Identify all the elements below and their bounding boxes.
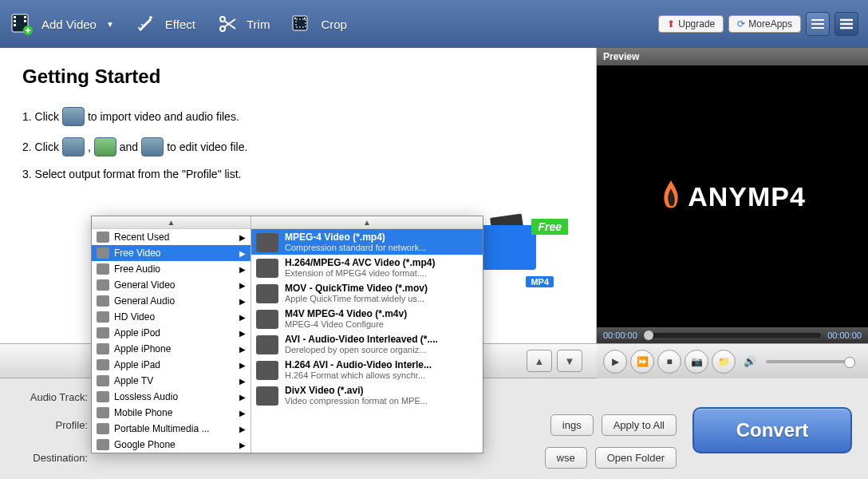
move-up-button[interactable]: ▲: [527, 350, 552, 372]
category-item[interactable]: Lossless Audio▶: [92, 389, 251, 405]
chevron-right-icon: ▶: [239, 297, 246, 306]
hamburger-icon: [840, 18, 853, 30]
format-icon: [256, 310, 278, 329]
format-icon: [256, 233, 278, 252]
open-folder-button[interactable]: Open Folder: [595, 447, 677, 469]
mp4-tag: MP4: [526, 276, 554, 287]
free-tag: Free: [531, 219, 568, 235]
free-mp4-badge: Free MP4: [475, 211, 563, 291]
timeline-slider[interactable]: [644, 333, 821, 338]
audio-track-label: Audio Track:: [16, 391, 88, 403]
settings-button[interactable]: ings: [550, 414, 594, 436]
scissors-icon: [215, 11, 240, 37]
category-item[interactable]: Free Video▶: [92, 245, 251, 261]
format-item[interactable]: MPEG-4 Video (*.mp4)Compression standard…: [251, 229, 483, 255]
moreapps-label: MoreApps: [748, 18, 792, 30]
chevron-right-icon: ▶: [239, 361, 246, 370]
add-video-button[interactable]: Add Video ▼: [10, 11, 114, 37]
convert-button[interactable]: Convert: [692, 407, 852, 453]
upload-icon: ⬆: [667, 18, 675, 30]
forward-icon: ⏩: [637, 356, 649, 367]
category-icon: [97, 391, 109, 402]
play-button[interactable]: ▶: [603, 350, 627, 374]
format-icon: [256, 284, 278, 303]
upgrade-label: Upgrade: [678, 18, 715, 30]
format-item[interactable]: DivX Video (*.avi)Video compression form…: [251, 382, 483, 408]
category-item[interactable]: Apple iPod▶: [92, 325, 251, 341]
trim-button[interactable]: Trim: [215, 11, 270, 37]
folder-icon: 📁: [718, 356, 730, 367]
volume-slider[interactable]: [766, 360, 855, 363]
category-item[interactable]: Free Audio▶: [92, 261, 251, 277]
folder-icon: [480, 225, 536, 270]
category-item[interactable]: Mobile Phone▶: [92, 405, 251, 421]
category-item[interactable]: Apple iPhone▶: [92, 341, 251, 357]
arrow-up-icon: ▲: [535, 355, 545, 367]
time-current: 00:00:00: [603, 331, 637, 340]
upgrade-button[interactable]: ⬆ Upgrade: [658, 15, 724, 33]
toolbar-right: ⬆ Upgrade ⟳ MoreApps: [658, 12, 858, 36]
chevron-right-icon: ▶: [239, 441, 246, 449]
svg-rect-10: [294, 18, 296, 19]
format-item[interactable]: H.264 AVI - Audio-Video Interle...H.264 …: [251, 357, 483, 382]
category-item[interactable]: Google Phone▶: [92, 437, 251, 453]
category-list: ▲ Recent Used▶Free Video▶Free Audio▶Gene…: [92, 216, 251, 453]
speaker-icon: 🔊: [744, 355, 756, 367]
wand-icon: [62, 137, 85, 156]
forward-button[interactable]: ⏩: [630, 350, 654, 374]
category-item[interactable]: Recent Used▶: [92, 229, 251, 245]
effect-button[interactable]: Effect: [133, 11, 195, 37]
category-item[interactable]: Apple iPad▶: [92, 357, 251, 373]
list-view-button[interactable]: [806, 12, 830, 36]
profile-label: Profile:: [16, 419, 88, 431]
step-2: 2. Click , and to edit video file.: [22, 137, 574, 156]
main-toolbar: Add Video ▼ Effect Trim Crop ⬆ Upgrade ⟳…: [0, 0, 868, 48]
scroll-up-button[interactable]: ▲: [251, 216, 483, 229]
wand-icon: [133, 11, 159, 37]
category-item[interactable]: HD Video▶: [92, 309, 251, 325]
format-icon: [256, 259, 278, 278]
move-down-button[interactable]: ▼: [557, 350, 582, 372]
format-item[interactable]: M4V MPEG-4 Video (*.m4v)MPEG-4 Video Con…: [251, 306, 483, 331]
category-item[interactable]: General Audio▶: [92, 293, 251, 309]
format-item[interactable]: MOV - QuickTime Video (*.mov)Apple Quick…: [251, 280, 483, 306]
folder-button[interactable]: 📁: [712, 350, 736, 374]
svg-rect-11: [304, 18, 306, 19]
category-icon: [97, 375, 109, 386]
film-add-icon: [10, 11, 35, 37]
player-controls: ▶ ⏩ ■ 📷 📁 🔊: [597, 343, 868, 378]
chevron-right-icon: ▶: [239, 313, 246, 322]
moreapps-button[interactable]: ⟳ MoreApps: [728, 15, 801, 33]
chevron-right-icon: ▶: [239, 233, 246, 242]
category-item[interactable]: General Video▶: [92, 277, 251, 293]
category-icon: [97, 295, 109, 307]
film-add-icon: [62, 107, 85, 126]
format-icon: [256, 386, 278, 406]
browse-button[interactable]: wse: [545, 447, 587, 469]
chevron-right-icon: ▶: [239, 249, 246, 258]
add-video-label: Add Video: [41, 18, 97, 31]
menu-button[interactable]: [834, 12, 858, 36]
timeline[interactable]: 00:00:00 00:00:00: [597, 327, 868, 343]
format-item[interactable]: AVI - Audio-Video Interleaved (*....Dere…: [251, 331, 483, 357]
crop-button[interactable]: Crop: [289, 11, 347, 37]
category-item[interactable]: Portable Multimedia ...▶: [92, 421, 251, 437]
svg-rect-5: [24, 20, 26, 22]
category-item[interactable]: Apple TV▶: [92, 373, 251, 389]
time-total: 00:00:00: [827, 331, 862, 340]
format-item[interactable]: H.264/MPEG-4 AVC Video (*.mp4)Extension …: [251, 255, 483, 280]
chevron-right-icon: ▶: [239, 329, 246, 338]
category-icon: [97, 279, 109, 291]
crop-icon: [141, 137, 164, 156]
camera-icon: 📷: [691, 356, 703, 367]
apply-all-button[interactable]: Apply to All: [602, 414, 677, 436]
chevron-right-icon: ▶: [239, 425, 246, 433]
snapshot-button[interactable]: 📷: [685, 350, 708, 374]
category-icon: [97, 327, 109, 338]
step-3: 3. Select output format from the "Profil…: [22, 168, 574, 180]
play-icon: ▶: [612, 356, 619, 367]
effect-label: Effect: [165, 18, 195, 31]
chevron-down-icon: ▼: [106, 20, 114, 29]
stop-button[interactable]: ■: [657, 350, 681, 374]
scroll-up-button[interactable]: ▲: [92, 216, 251, 229]
